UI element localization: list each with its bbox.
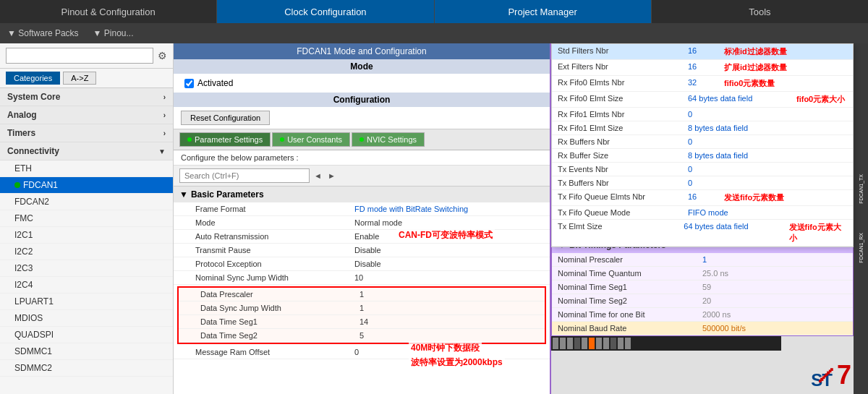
top-nav: Pinout & Configuration Clock Configurati… — [0, 0, 868, 23]
dr-value: 8 bytes data field — [688, 151, 796, 160]
param-value: FD mode with BitRate Switching — [354, 205, 468, 213]
tab-nvic-settings[interactable]: NVIC Settings — [352, 132, 425, 147]
vertical-label-tx: FDCAN1_TX — [859, 174, 864, 204]
activated-checkbox-label[interactable]: Activated — [184, 78, 233, 88]
sidebar-item-sdmmc1[interactable]: SDMMC1 — [0, 343, 173, 360]
dropdown-row-rx-fifo0-elmts[interactable]: Rx Fifo0 Elmts Nbr 32 fifio0元素数量 — [552, 76, 853, 92]
tab-parameter-settings[interactable]: Parameter Settings — [179, 132, 271, 147]
table-row: Protocol Exception Disable — [174, 257, 550, 271]
dr-value: 16 — [688, 62, 724, 73]
tabs-bar: Parameter Settings User Constants NVIC S… — [174, 129, 550, 150]
sidebar-item-fdcan2[interactable]: FDCAN2 — [0, 194, 173, 210]
nav-clock[interactable]: Clock Configuration — [217, 0, 434, 23]
config-section: Configuration — [174, 93, 550, 107]
sidebar-search-input[interactable] — [6, 48, 153, 64]
highlighted-rows-container: Data Prescaler 1 Data Sync Jump Width 1 … — [177, 286, 546, 344]
sidebar-item-quadspi[interactable]: QUADSPI — [0, 327, 173, 343]
param-value: Disable — [354, 260, 381, 268]
bt-name: Nominal Time Seg2 — [558, 296, 702, 305]
dropdown-row-tx-fifo-elmts[interactable]: Tx Fifo Queue Elmts Nbr 16 发送fifo元素数量 — [552, 190, 853, 206]
sidebar-item-mdios[interactable]: MDIOS — [0, 310, 173, 327]
nav-back-icon[interactable]: ◄ — [312, 170, 323, 181]
dropdown-row-std-filters[interactable]: Std Filters Nbr 16 标准id过滤器数量 — [552, 44, 853, 60]
sidebar-item-i2c1[interactable]: I2C1 — [0, 227, 173, 244]
bt-row-one-bit: Nominal Time for one Bit 2000 ns — [552, 308, 853, 322]
dropdown-row-rx-fifo1-elmts[interactable]: Rx Fifo1 Elmts Nbr 0 — [552, 108, 853, 121]
sidebar-tabs-bar: Categories A->Z — [0, 69, 173, 88]
group-system-core-header[interactable]: System Core › — [0, 88, 173, 106]
dr-name: Tx Events Nbr — [558, 165, 688, 174]
param-value: Disable — [354, 246, 381, 254]
bottom-chip-strip: ST ⟋7 — [551, 336, 854, 394]
dropdown-row-tx-buffers[interactable]: Tx Buffers Nbr 0 — [552, 176, 853, 190]
basic-params-group-header[interactable]: ▼ Basic Parameters — [174, 187, 550, 202]
dr-value: 0 — [688, 179, 724, 187]
dr-name: Tx Fifo Queue Mode — [558, 208, 688, 217]
bt-value: 25.0 ns — [702, 269, 728, 278]
param-name: Data Sync Jump Width — [200, 304, 359, 312]
dropdown-row-rx-fifo0-size[interactable]: Rx Fifo0 Elmt Size 64 bytes data field f… — [552, 92, 853, 108]
bt-value: 20 — [702, 296, 711, 305]
group-connectivity: Connectivity ▼ ETH FDCAN1 FDCAN2 FMC I2C… — [0, 142, 173, 377]
dr-name: Rx Fifo1 Elmts Nbr — [558, 110, 688, 119]
dropdown-row-tx-fifo-mode[interactable]: Tx Fifo Queue Mode FIFO mode — [552, 206, 853, 220]
nav-forward-icon[interactable]: ► — [326, 170, 337, 181]
nav-tools[interactable]: Tools — [652, 0, 868, 23]
sidebar-item-eth[interactable]: ETH — [0, 160, 173, 177]
dropdown-row-rx-buffer-size[interactable]: Rx Buffer Size 8 bytes data field — [552, 149, 853, 163]
nav-pinout[interactable]: Pinout & Configuration — [0, 0, 217, 23]
software-packs-btn[interactable]: ▼ Software Packs — [7, 28, 79, 38]
dr-value: 32 — [688, 78, 724, 89]
sidebar-item-i2c4[interactable]: I2C4 — [0, 277, 173, 294]
param-name: Protocol Exception — [195, 260, 354, 268]
activated-checkbox[interactable] — [184, 79, 194, 88]
param-search-input[interactable] — [179, 168, 310, 183]
app-container: Pinout & Configuration Clock Configurati… — [0, 0, 868, 394]
dr-annotation: fifio0元素数量 — [724, 78, 775, 89]
gear-icon[interactable]: ⚙ — [158, 50, 167, 61]
group-connectivity-header[interactable]: Connectivity ▼ — [0, 142, 173, 160]
arrow-right-icon: › — [163, 93, 166, 101]
reset-config-button[interactable]: Reset Configuration — [181, 111, 270, 125]
group-timers: Timers › — [0, 124, 173, 142]
dr-name: Rx Buffers Nbr — [558, 137, 688, 146]
sidebar-item-i2c3[interactable]: I2C3 — [0, 260, 173, 277]
dr-name: Rx Fifo0 Elmts Nbr — [558, 78, 688, 89]
mode-content: Activated — [174, 74, 550, 93]
sidebar-item-i2c2[interactable]: I2C2 — [0, 244, 173, 260]
param-value: 0 — [354, 348, 359, 356]
dropdown-row-tx-events[interactable]: Tx Events Nbr 0 — [552, 163, 853, 176]
group-analog-header[interactable]: Analog › — [0, 106, 173, 124]
sidebar-item-sdmmc2[interactable]: SDMMC2 — [0, 360, 173, 377]
group-timers-header[interactable]: Timers › — [0, 124, 173, 142]
dr-value: 16 — [688, 46, 724, 57]
dr-annotation: 发送fifo元素大小 — [789, 222, 847, 244]
dropdown-row-rx-buffers[interactable]: Rx Buffers Nbr 0 — [552, 135, 853, 149]
tab-dot-nvic — [359, 137, 364, 142]
tab-user-constants[interactable]: User Constants — [272, 132, 350, 147]
dr-annotation: 发送fifo元素数量 — [724, 192, 784, 203]
dr-name: Rx Buffer Size — [558, 151, 688, 160]
dropdown-row-rx-fifo1-size[interactable]: Rx Fifo1 Elmt Size 8 bytes data field — [552, 121, 853, 135]
dr-annotation: fifo0元素大小 — [796, 94, 845, 105]
bt-value: 2000 ns — [702, 310, 731, 319]
tab-atoz[interactable]: A->Z — [63, 72, 96, 85]
bt-name: Nominal Baud Rate — [558, 324, 702, 333]
sidebar-item-lpuart1[interactable]: LPUART1 — [0, 294, 173, 310]
dr-name: Tx Elmt Size — [558, 222, 684, 244]
arrow-right-icon: › — [163, 111, 166, 119]
pinou-btn[interactable]: ▼ Pinou... — [93, 28, 134, 38]
vertical-label-rx: FDCAN1_RX — [859, 233, 864, 263]
dr-name: Tx Buffers Nbr — [558, 179, 688, 187]
nav-project[interactable]: Project Manager — [435, 0, 652, 23]
bt-row-seg2: Nominal Time Seg2 20 — [552, 294, 853, 308]
dropdown-row-tx-elmt-size[interactable]: Tx Elmt Size 64 bytes data field 发送fifo元… — [552, 220, 853, 247]
dropdown-row-ext-filters[interactable]: Ext Filters Nbr 16 扩展id过滤器数量 — [552, 60, 853, 76]
dr-value: 0 — [688, 165, 724, 174]
sidebar-item-fdcan1[interactable]: FDCAN1 — [0, 177, 173, 194]
sidebar-item-fmc[interactable]: FMC — [0, 210, 173, 227]
table-row: Data Sync Jump Width 1 — [179, 301, 545, 315]
bt-row-quantum: Nominal Time Quantum 25.0 ns — [552, 267, 853, 280]
tab-categories[interactable]: Categories — [6, 72, 60, 85]
vertical-strip: FDCAN1_TX FDCAN1_RX — [854, 43, 868, 394]
